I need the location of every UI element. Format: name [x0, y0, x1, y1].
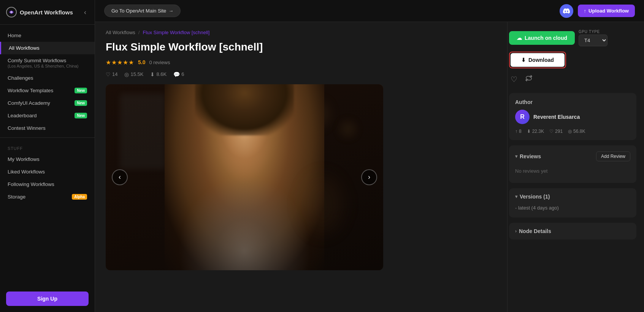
content-area: All Workflows / Flux Simple Workflow [sc… [95, 22, 644, 312]
no-reviews-text: No reviews yet [515, 165, 630, 177]
right-panel: ☁ Launch on cloud GPU Type T4 A10G A100 … [507, 22, 644, 312]
sidebar-item-storage-badge: Alpha [72, 194, 87, 200]
sidebar-item-home-label: Home [8, 33, 21, 38]
likes-count: 14 [112, 71, 117, 77]
sidebar-item-liked-workflows-label: Liked Workflows [8, 169, 45, 175]
downloads-stat: ⬇ 8.6K [150, 71, 167, 77]
sidebar-item-storage-label: Storage [8, 194, 25, 200]
sidebar-section-label-stuff: stuff [0, 141, 95, 153]
launch-label: Launch on cloud [525, 35, 567, 41]
sidebar-item-workflow-templates[interactable]: Workflow Templates New [0, 84, 95, 97]
author-views-stat: ◎ 56.8K [568, 129, 585, 134]
signup-button[interactable]: Sign Up [6, 292, 89, 306]
sidebar: OpenArt Workflows ‹ Home All Workflows C… [0, 0, 95, 312]
versions-section-title: Versions (1) [520, 194, 550, 200]
author-stats: ↑ 8 ⬇ 22.3K ♡ 291 ◎ 56.8K [515, 129, 630, 134]
openart-logo-icon [6, 7, 17, 17]
author-downloads-count: 22.3K [532, 129, 544, 134]
download-button[interactable]: ⬇ Download [511, 53, 565, 67]
sidebar-signup-section: Sign Up [0, 285, 95, 312]
svg-point-1 [10, 11, 13, 13]
launch-on-cloud-button[interactable]: ☁ Launch on cloud [509, 31, 575, 45]
sidebar-item-contest-winners-label: Contest Winners [8, 125, 46, 131]
views-count: 15.5K [130, 71, 143, 77]
sidebar-item-comfy-summit-sub: (Los Angeles, US & Shenzhen, China) [8, 64, 79, 68]
gpu-selector: GPU Type T4 A10G A100 [579, 30, 608, 46]
download-stat-icon: ⬇ [150, 71, 155, 77]
carousel-next-button[interactable]: › [361, 169, 377, 185]
heart-author-icon: ♡ [549, 129, 554, 134]
sidebar-item-all-workflows[interactable]: All Workflows [0, 42, 95, 54]
sidebar-item-storage[interactable]: Storage Alpha [0, 191, 95, 203]
breadcrumb-all-workflows[interactable]: All Workflows [106, 30, 135, 35]
author-section: Author R Reverent Elusarca ↑ 8 ⬇ 22.3K [509, 93, 636, 140]
sidebar-item-home[interactable]: Home [0, 29, 95, 42]
versions-header: ▾ Versions (1) [515, 194, 630, 200]
rating-row: ★★★★★ 5.0 0 reviews [106, 59, 496, 66]
sidebar-item-contest-winners[interactable]: Contest Winners [0, 122, 95, 134]
goto-main-site-button[interactable]: Go To OpenArt Main Site → [104, 5, 181, 17]
sidebar-item-leaderboard-badge: New [75, 113, 87, 118]
node-details-section: › Node Details [509, 223, 636, 240]
main-content: Go To OpenArt Main Site → ↑ Upload Workf… [95, 0, 644, 312]
node-details-title: Node Details [519, 228, 551, 234]
sidebar-item-workflow-templates-label: Workflow Templates [8, 88, 53, 93]
carousel-prev-button[interactable]: ‹ [112, 169, 128, 185]
sidebar-item-challenges[interactable]: Challenges [0, 72, 95, 84]
sidebar-divider [0, 137, 95, 138]
comments-count: 6 [181, 71, 184, 77]
workflow-title: Flux Simple Workflow [schnell] [106, 41, 496, 54]
share-button[interactable] [523, 73, 534, 85]
reviews-section-title: Reviews [520, 153, 541, 159]
upload-workflow-button[interactable]: ↑ Upload Workflow [578, 5, 635, 17]
upload-stat-icon: ↑ [515, 129, 517, 134]
author-downloads-stat: ⬇ 22.3K [527, 129, 544, 134]
gpu-type-select[interactable]: T4 A10G A100 [579, 35, 608, 46]
breadcrumb-current: Flux Simple Workflow [schnell] [143, 30, 209, 35]
download-button-wrapper: ⬇ Download [509, 52, 566, 68]
download-icon: ⬇ [521, 57, 526, 63]
sidebar-item-leaderboard-label: Leaderboard [8, 113, 37, 118]
likes-stat: ♡ 14 [106, 71, 117, 77]
cloud-icon: ☁ [517, 35, 522, 41]
eye-icon: ◎ [124, 71, 129, 77]
reviews-section: ▾ Reviews Add Review No reviews yet [509, 145, 636, 183]
topbar-right: ↑ Upload Workflow [560, 4, 635, 18]
author-likes-count: 291 [555, 129, 563, 134]
breadcrumb: All Workflows / Flux Simple Workflow [sc… [106, 30, 496, 35]
rating-score: 5.0 [138, 59, 145, 65]
author-name: Reverent Elusarca [533, 114, 580, 120]
version-item-latest: - latest (4 days ago) [515, 203, 630, 212]
comment-icon: 💬 [173, 71, 180, 77]
like-button[interactable]: ♡ [509, 73, 519, 85]
stats-row: ♡ 14 ◎ 15.5K ⬇ 8.6K 💬 6 [106, 71, 496, 77]
sidebar-item-comfy-summit-label: Comfy Summit Workflows [8, 58, 79, 63]
sidebar-item-comfy-summit[interactable]: Comfy Summit Workflows (Los Angeles, US … [0, 54, 95, 72]
download-author-icon: ⬇ [527, 129, 531, 134]
eye-author-icon: ◎ [568, 129, 572, 134]
downloads-count: 8.6K [156, 71, 167, 77]
add-review-button[interactable]: Add Review [596, 151, 630, 161]
author-row: R Reverent Elusarca [515, 110, 630, 124]
rating-reviews: 0 reviews [149, 60, 170, 65]
sidebar-item-comfyui-academy[interactable]: ComfyUI Academy New [0, 97, 95, 109]
sidebar-item-leaderboard[interactable]: Leaderboard New [0, 109, 95, 122]
sidebar-item-following-workflows[interactable]: Following Workflows [0, 178, 95, 191]
sidebar-item-liked-workflows[interactable]: Liked Workflows [0, 165, 95, 178]
download-label: Download [528, 57, 554, 63]
upload-workflow-label: Upload Workflow [588, 8, 629, 14]
sidebar-item-my-workflows[interactable]: My Workflows [0, 153, 95, 165]
sidebar-logo-text: OpenArt Workflows [20, 9, 73, 16]
sidebar-collapse-button[interactable]: ‹ [82, 8, 89, 17]
author-likes-stat: ♡ 291 [549, 129, 563, 134]
node-details-header[interactable]: › Node Details [515, 228, 630, 234]
author-views-count: 56.8K [573, 129, 585, 134]
views-stat: ◎ 15.5K [124, 71, 143, 77]
heart-icon: ♡ [106, 71, 111, 77]
versions-chevron-icon: ▾ [515, 194, 517, 199]
gpu-type-label: GPU Type [579, 30, 608, 34]
sidebar-item-challenges-label: Challenges [8, 75, 33, 81]
sidebar-item-following-workflows-label: Following Workflows [8, 181, 54, 187]
upload-icon: ↑ [584, 8, 587, 14]
discord-icon[interactable] [560, 4, 573, 18]
